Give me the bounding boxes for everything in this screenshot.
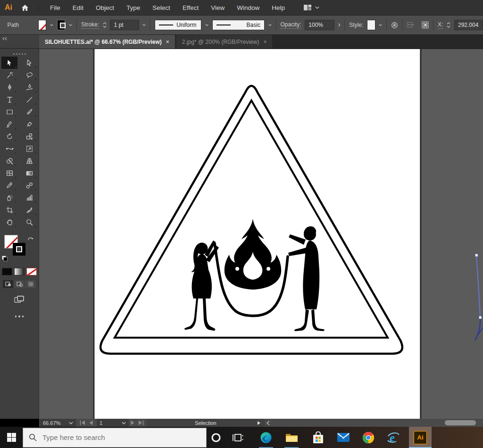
width-profile-chevron-icon[interactable] — [205, 24, 208, 26]
style-swatch[interactable] — [367, 20, 375, 30]
tool-curvature[interactable] — [21, 81, 37, 93]
tab-close-icon[interactable]: × — [166, 39, 169, 45]
align-icon[interactable] — [407, 21, 415, 29]
tool-column-graph[interactable] — [21, 191, 37, 204]
tool-scale[interactable] — [21, 130, 37, 142]
fill-chevron-icon[interactable] — [50, 24, 53, 26]
anchor-point[interactable] — [479, 316, 482, 319]
tool-hand[interactable] — [1, 216, 17, 228]
page-field[interactable]: 1 — [97, 419, 129, 427]
x-position-label[interactable]: X: — [438, 21, 443, 29]
tool-magic-wand[interactable] — [1, 69, 17, 81]
file-explorer-button[interactable] — [281, 427, 302, 448]
anchor-point[interactable] — [475, 254, 478, 257]
transform-icon[interactable] — [422, 20, 429, 30]
tab-2jpg[interactable]: 2.jpg* @ 200% (RGB/Preview) × — [176, 35, 273, 49]
tool-line-segment[interactable] — [21, 93, 37, 106]
tool-shaper[interactable] — [1, 118, 17, 130]
tool-pen[interactable] — [1, 81, 17, 93]
menu-effect[interactable]: Effect — [176, 4, 205, 11]
default-fill-stroke-icon[interactable] — [2, 256, 8, 261]
menu-window[interactable]: Window — [231, 4, 266, 11]
ie-button[interactable]: e — [383, 427, 404, 448]
menu-type[interactable]: Type — [120, 4, 146, 11]
brush-chevron-icon[interactable] — [268, 24, 272, 26]
opacity-field[interactable]: 100% — [305, 20, 334, 30]
color-button[interactable] — [2, 268, 12, 275]
stroke-chevron-icon[interactable] — [69, 24, 72, 26]
stroke-weight-label[interactable]: Stroke: — [81, 21, 99, 29]
workspace-switcher[interactable] — [303, 4, 319, 11]
tool-free-transform[interactable] — [21, 142, 37, 155]
collapse-toolbar-icon[interactable] — [2, 37, 7, 41]
tool-zoom[interactable] — [21, 216, 37, 228]
tool-artboard[interactable] — [1, 204, 17, 216]
start-button[interactable] — [0, 427, 23, 448]
gradient-button[interactable] — [14, 268, 25, 275]
swap-fill-stroke-icon[interactable] — [27, 236, 34, 241]
draw-behind-icon[interactable] — [14, 280, 25, 288]
store-button[interactable] — [308, 427, 328, 448]
draw-inside-icon[interactable] — [25, 280, 36, 288]
search-input[interactable] — [42, 433, 185, 442]
menu-help[interactable]: Help — [266, 4, 291, 11]
stroke-weight-chevron-icon[interactable] — [142, 24, 146, 26]
menu-edit[interactable]: Edit — [67, 4, 90, 11]
tool-shape-builder[interactable] — [1, 155, 17, 167]
brush-dropdown[interactable]: Basic — [212, 20, 265, 30]
tool-rotate[interactable] — [1, 130, 17, 142]
taskbar-search[interactable] — [23, 428, 207, 448]
stroke-swatch[interactable] — [13, 243, 25, 256]
next-page-button[interactable] — [130, 419, 135, 427]
tool-gradient[interactable] — [21, 167, 37, 179]
stroke-color-swatch[interactable] — [57, 20, 66, 30]
menu-select[interactable]: Select — [146, 4, 176, 11]
none-button[interactable] — [26, 268, 37, 275]
zoom-level-dropdown[interactable]: 66.67% — [40, 419, 76, 427]
tool-eyedropper[interactable] — [1, 179, 17, 191]
tool-selection[interactable] — [1, 57, 17, 69]
edit-toolbar-button[interactable] — [0, 315, 39, 317]
tool-symbol-sprayer[interactable] — [1, 191, 17, 204]
tool-lasso[interactable] — [21, 69, 37, 81]
tool-perspective-grid[interactable] — [21, 155, 37, 167]
menu-file[interactable]: File — [44, 4, 67, 11]
previous-page-button[interactable] — [88, 419, 94, 427]
cortana-button[interactable] — [207, 427, 225, 448]
tool-width[interactable] — [1, 142, 17, 155]
tab-silohuettes[interactable]: SILOHUETTES.ai* @ 66.67% (RGB/Preview) × — [39, 35, 175, 49]
tool-slice[interactable] — [21, 204, 37, 216]
mail-button[interactable] — [333, 427, 354, 448]
screen-mode-button[interactable] — [0, 296, 39, 304]
opacity-label[interactable]: Opacity: — [280, 21, 301, 29]
menu-view[interactable]: View — [205, 4, 231, 11]
tool-eraser[interactable] — [21, 118, 37, 130]
draw-normal-icon[interactable] — [3, 280, 13, 288]
tool-rectangle[interactable] — [1, 106, 17, 118]
illustrator-taskbar-button[interactable]: Ai — [409, 427, 432, 448]
style-chevron-icon[interactable] — [379, 24, 382, 26]
width-profile-dropdown[interactable]: Uniform — [155, 20, 201, 30]
toolbar-drag-handle[interactable] — [0, 49, 39, 57]
x-position-field[interactable]: 292.004 — [454, 20, 483, 30]
last-page-button[interactable] — [138, 419, 144, 427]
home-icon[interactable] — [18, 4, 39, 11]
canvas[interactable] — [39, 49, 483, 419]
fill-color-swatch[interactable] — [38, 20, 47, 30]
opacity-expand-icon[interactable] — [338, 23, 341, 27]
tool-paintbrush[interactable] — [21, 106, 37, 118]
tool-direct-selection[interactable] — [21, 57, 37, 69]
x-position-stepper[interactable] — [447, 22, 450, 28]
tool-mesh[interactable] — [1, 167, 17, 179]
stroke-weight-field[interactable]: 1 pt — [110, 20, 139, 30]
chrome-button[interactable] — [358, 427, 379, 448]
tool-blend[interactable] — [21, 179, 37, 191]
first-page-button[interactable] — [80, 419, 85, 427]
task-view-button[interactable] — [225, 427, 250, 448]
tool-type[interactable] — [1, 93, 17, 106]
edge-button[interactable] — [256, 427, 276, 448]
recolor-artwork-icon[interactable] — [391, 21, 398, 30]
menu-object[interactable]: Object — [90, 4, 120, 11]
horizontal-scrollbar[interactable] — [445, 420, 476, 425]
document-view[interactable] — [39, 49, 483, 419]
